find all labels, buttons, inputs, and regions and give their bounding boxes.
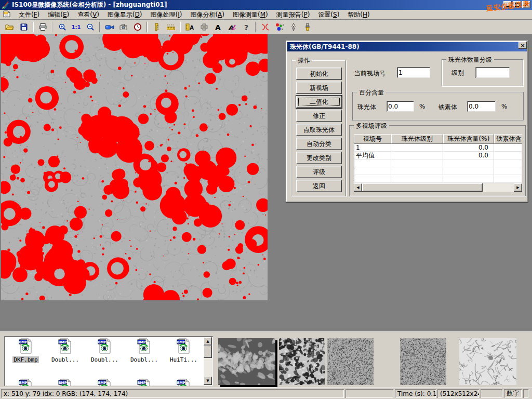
column-header[interactable]: 铁素体含量(%) [494, 134, 522, 144]
current-field-input[interactable] [397, 67, 430, 78]
file-browser-scrollbar[interactable]: ▲ ▼ [204, 337, 212, 385]
title-bar: IS100显微摄像系统(金相分析版) - [zhuguangti01] × [0, 0, 532, 10]
metallographic-image-binarized[interactable] [1, 34, 268, 300]
auto-classify-button[interactable]: 自动分类 [296, 138, 342, 150]
toolbar-separator [52, 22, 53, 32]
caliper-icon [153, 23, 161, 31]
file-item[interactable]: BMPDoubl... [85, 338, 124, 363]
menu-view[interactable]: 查看(V) [73, 9, 103, 20]
window-close-button[interactable]: × [522, 1, 530, 8]
rating-table[interactable]: 视场号珠光体级别珠光体含量(%)铁素体含量(%)10.0平均值0.0 [354, 134, 522, 183]
table-row[interactable]: 10.0 [354, 144, 522, 152]
open-toolbar-button[interactable] [3, 20, 17, 34]
table-row[interactable]: 平均值0.0 [354, 152, 522, 159]
pearlite-percent-input[interactable] [387, 101, 414, 112]
table-row[interactable] [354, 159, 522, 167]
scroll-track[interactable] [483, 183, 514, 192]
window-minimize-button[interactable] [503, 1, 512, 8]
window-maximize-button[interactable] [513, 1, 521, 8]
close-icon: × [524, 2, 528, 7]
count-points-toolbar-button[interactable]: 123 [272, 20, 286, 34]
pen-toolbar-button[interactable] [286, 20, 300, 34]
ruler-toolbar-button[interactable] [164, 20, 178, 34]
gallery-thumb-3[interactable] [327, 338, 374, 385]
file-item[interactable]: BMP [125, 379, 164, 386]
svg-text:2: 2 [283, 24, 284, 26]
file-item[interactable]: BMPHuiTi... [164, 338, 203, 363]
help-toolbar-button[interactable]: ? [239, 20, 253, 34]
save-toolbar-button[interactable] [17, 20, 31, 34]
column-header[interactable]: 珠光体级别 [391, 134, 443, 144]
table-cell [391, 144, 443, 152]
binarize-button[interactable]: 二值化 [296, 96, 342, 108]
svg-text:BMP: BMP [58, 340, 66, 344]
table-hscrollbar[interactable]: ◀ ▶ [354, 183, 522, 192]
new-field-button[interactable]: 新视场 [296, 82, 342, 94]
correct-button[interactable]: 修正 [296, 110, 342, 122]
video-camera-toolbar-button[interactable] [102, 20, 116, 34]
still-camera-toolbar-button[interactable] [116, 20, 130, 34]
menu-file[interactable]: 文件(F) [15, 9, 44, 20]
menu-edit[interactable]: 编辑(E) [44, 9, 73, 20]
scroll-left-button[interactable]: ◀ [354, 183, 362, 192]
grade-button[interactable]: 评级 [296, 166, 342, 178]
file-item[interactable]: BMPDoubl... [125, 338, 164, 363]
measure-text-toolbar-button[interactable]: A [183, 20, 197, 34]
menu-image-process[interactable]: 图像处理(I) [146, 9, 186, 20]
toolbar-separator [99, 22, 100, 32]
menu-measure-report[interactable]: 测量报告(P) [272, 9, 314, 20]
column-header[interactable]: 视场号 [354, 134, 391, 144]
text-edit-toolbar-button[interactable]: A [225, 20, 239, 34]
zoom-in-toolbar-button[interactable] [55, 20, 69, 34]
gallery-thumb-5[interactable] [459, 338, 516, 385]
menu-help[interactable]: 帮助(H) [343, 9, 374, 20]
toolbar: 1:1AAA?123 [0, 20, 532, 34]
clock-toolbar-button[interactable] [130, 20, 144, 34]
one-to-one-toolbar-button[interactable]: 1:1 [69, 20, 83, 34]
brush-toolbar-button[interactable] [300, 20, 314, 34]
scroll-right-button[interactable]: ▶ [514, 183, 522, 192]
svg-text:A: A [190, 25, 194, 31]
ferrite-percent-input[interactable] [467, 101, 496, 112]
zoom-out-toolbar-button[interactable] [83, 20, 97, 34]
pick-pearlite-button[interactable]: 点取珠光体 [296, 124, 342, 136]
file-item[interactable]: BMPDoubl... [46, 338, 85, 363]
file-item[interactable]: BMP [85, 379, 124, 386]
menu-image-measure[interactable]: 图像测量(M) [229, 9, 272, 20]
scroll-thumb[interactable] [204, 345, 212, 358]
curve-toolbar-button[interactable] [258, 20, 272, 34]
file-item[interactable]: BMP [164, 379, 203, 386]
menu-image-display[interactable]: 图像显示(D) [103, 9, 147, 20]
menu-image-analysis[interactable]: 图像分析(A) [186, 9, 229, 20]
column-header[interactable]: 珠光体含量(%) [443, 134, 494, 144]
file-item[interactable]: BMP [6, 379, 45, 386]
menu-settings[interactable]: 设置(S) [314, 9, 343, 20]
dialog-close-button[interactable]: × [518, 42, 527, 49]
scroll-thumb[interactable] [362, 183, 483, 192]
gallery-thumb-4[interactable] [400, 338, 446, 385]
table-cell [494, 152, 522, 159]
measure-text-icon: A [185, 23, 194, 31]
caliper-toolbar-button[interactable] [150, 20, 164, 34]
brush-icon [304, 23, 311, 31]
table-row[interactable] [354, 175, 522, 183]
document-icon[interactable] [2, 10, 11, 19]
dialog-title-bar[interactable]: 珠光体(GB/T9441-88) [287, 42, 527, 51]
grid-toolbar-button[interactable] [197, 20, 211, 34]
grade-input[interactable] [475, 67, 510, 78]
ferrite-percent-label: 铁素体 [438, 103, 457, 112]
ruler-icon [166, 23, 176, 31]
table-row[interactable] [354, 167, 522, 175]
scroll-up-button[interactable]: ▲ [204, 337, 212, 345]
file-name: HuiTi... [169, 356, 198, 363]
return-button[interactable]: 返回 [296, 180, 342, 192]
init-button[interactable]: 初始化 [296, 68, 342, 80]
print-toolbar-button[interactable] [36, 20, 50, 34]
change-class-button[interactable]: 更改类别 [296, 152, 342, 164]
gallery-thumb-2[interactable] [279, 338, 325, 385]
file-item[interactable]: BMPDKF.bmp [6, 338, 45, 363]
gallery-thumb-1[interactable] [218, 338, 275, 385]
text-toolbar-button[interactable]: A [211, 20, 225, 34]
scroll-down-button[interactable]: ▼ [204, 377, 212, 385]
file-item[interactable]: BMP [46, 379, 85, 386]
